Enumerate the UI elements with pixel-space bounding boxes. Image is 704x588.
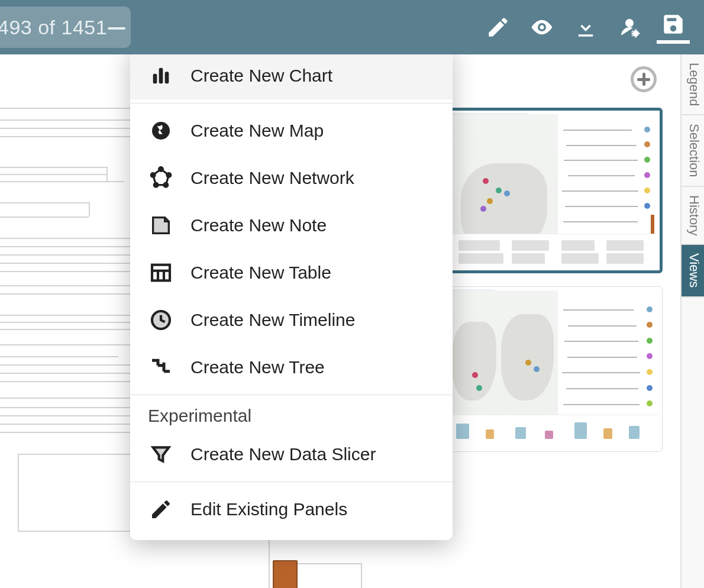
menu-item-timeline[interactable]: Create New Timeline <box>130 296 453 344</box>
topbar: 493 of 1451 <box>0 0 704 54</box>
svg-point-0 <box>540 25 544 30</box>
side-tabs: Legend Selection History Views <box>680 54 704 588</box>
menu-item-map[interactable]: Create New Map <box>130 107 453 154</box>
thumbnail-footer <box>448 415 658 448</box>
menu-item-slicer[interactable]: Create New Data Slicer <box>130 431 453 478</box>
tab-history[interactable]: History <box>682 187 704 245</box>
create-panel-menu: Create New Chart Create New Map Create N… <box>130 54 453 540</box>
svg-point-1 <box>632 30 639 37</box>
menu-item-label: Create New Map <box>190 121 324 141</box>
svg-rect-2 <box>153 74 157 84</box>
thumbnail-footer <box>450 234 656 267</box>
menu-item-label: Create New Chart <box>190 66 332 86</box>
svg-rect-4 <box>165 72 169 83</box>
note-icon <box>148 212 174 238</box>
menu-item-label: Edit Existing Panels <box>190 499 347 519</box>
bar-chart-icon <box>148 63 174 89</box>
svg-point-11 <box>151 173 155 177</box>
menu-group-experimental: Experimental <box>130 399 453 431</box>
svg-point-10 <box>154 183 158 187</box>
table-icon <box>148 260 174 286</box>
menu-item-label: Create New Note <box>190 215 327 235</box>
funnel-icon <box>148 441 174 467</box>
svg-point-8 <box>167 173 171 177</box>
svg-point-9 <box>164 183 168 187</box>
eye-icon[interactable] <box>525 11 558 44</box>
tab-selection[interactable]: Selection <box>682 115 704 187</box>
menu-item-label: Create New Network <box>190 168 354 188</box>
view-thumbnails: olombia <box>444 108 663 452</box>
menu-item-label: Create New Data Slicer <box>190 444 376 464</box>
menu-item-tree[interactable]: Create New Tree <box>130 344 453 391</box>
filter-pill[interactable]: 493 of 1451 <box>0 7 131 48</box>
svg-rect-3 <box>159 68 163 84</box>
svg-point-7 <box>159 167 163 172</box>
menu-item-edit-panels[interactable]: Edit Existing Panels <box>130 486 453 533</box>
download-icon[interactable] <box>569 11 602 44</box>
edit-pencil-icon[interactable] <box>482 11 515 44</box>
pencil-icon <box>148 496 174 522</box>
tab-legend[interactable]: Legend <box>682 54 704 115</box>
tree-icon <box>148 354 174 380</box>
tab-views[interactable]: Views <box>682 245 704 297</box>
view-thumbnail[interactable]: obal <box>444 286 663 452</box>
menu-item-label: Create New Timeline <box>190 310 355 330</box>
svg-rect-12 <box>152 265 170 281</box>
main: olombia <box>0 54 704 588</box>
menu-item-note[interactable]: Create New Note <box>130 202 453 249</box>
svg-point-5 <box>152 122 170 140</box>
user-settings-icon[interactable] <box>613 11 646 44</box>
view-thumbnail[interactable]: olombia <box>444 108 663 273</box>
save-icon[interactable] <box>657 11 690 44</box>
globe-icon <box>148 118 174 144</box>
menu-item-label: Create New Tree <box>190 357 325 377</box>
filter-count: 493 of 1451 <box>0 16 107 39</box>
clock-icon <box>148 307 174 333</box>
menu-item-network[interactable]: Create New Network <box>130 154 453 202</box>
tree-branch-highlight <box>273 560 298 588</box>
network-icon <box>148 165 174 191</box>
canvas: olombia <box>0 54 680 588</box>
menu-item-label: Create New Table <box>190 263 331 283</box>
add-panel-button[interactable] <box>631 66 657 92</box>
menu-item-chart[interactable]: Create New Chart <box>130 54 453 99</box>
menu-item-table[interactable]: Create New Table <box>130 249 453 296</box>
